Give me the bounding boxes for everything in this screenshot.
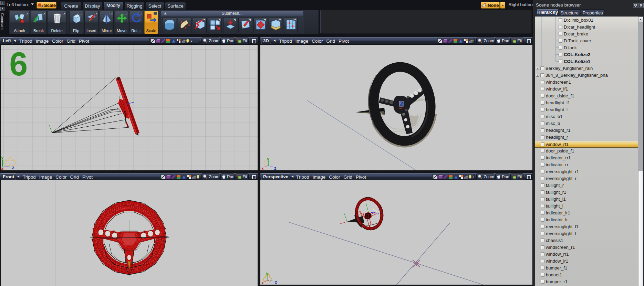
svg-text:x: x xyxy=(1,166,3,170)
svg-text:z: z xyxy=(274,166,277,170)
svg-text:x: x xyxy=(261,166,264,170)
svg-text:z: z xyxy=(275,279,277,285)
svg-text:y: y xyxy=(267,156,270,161)
svg-text:y: y xyxy=(1,155,4,160)
svg-text:x: x xyxy=(261,280,264,285)
